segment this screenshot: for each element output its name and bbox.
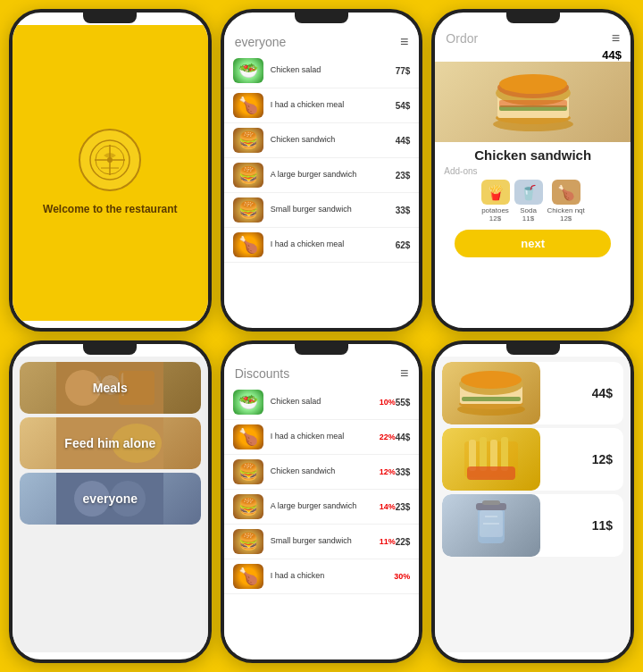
svg-point-13 xyxy=(499,74,567,94)
discount-item[interactable]: 🍔 A large burger sandwich 14% 23$ xyxy=(224,490,420,525)
food-price: 33$ xyxy=(396,467,411,477)
svg-point-4 xyxy=(107,157,113,163)
discount-pct: 11% xyxy=(380,537,396,546)
food-name: I had a chicken meal xyxy=(271,100,396,111)
phone-categories: 🍽️ Meals Feed him alone xyxy=(9,340,212,663)
addon-price: 12$ xyxy=(560,214,572,223)
sidebar-screen: 44$ 12$ xyxy=(435,357,630,652)
sidebar-item-fries[interactable]: 12$ xyxy=(442,428,623,491)
svg-rect-30 xyxy=(469,440,476,471)
app-grid: Welcome to the restaurant everyone ≡ 🥗 C… xyxy=(0,0,643,672)
category-everyone[interactable]: everyone xyxy=(20,473,201,525)
discount-item[interactable]: 🥗 Chicken salad 10% 55$ xyxy=(224,385,420,420)
food-name: Chicken salad xyxy=(271,65,396,76)
list-item[interactable]: 🍗 I had a chicken meal 54$ xyxy=(224,88,420,123)
food-name: Small burger sandwich xyxy=(271,205,396,215)
svg-rect-33 xyxy=(501,437,508,471)
food-image: 🍔 xyxy=(233,163,263,188)
addon-item-fries[interactable]: 🍟 potatoes 12$ xyxy=(481,180,510,223)
food-info: Chicken salad xyxy=(271,397,380,407)
addon-name: Chicken nqt xyxy=(547,206,585,214)
category-feed[interactable]: Feed him alone xyxy=(20,417,201,469)
food-price: 62$ xyxy=(396,240,411,250)
food-name: A large burger sandwich xyxy=(271,170,396,181)
food-info: I had a chicken meal xyxy=(271,239,396,250)
list-item[interactable]: 🍗 I had a chicken meal 62$ xyxy=(224,228,420,263)
sidebar-item-image-fries xyxy=(442,428,540,491)
addon-item-soda[interactable]: 🥤 Soda 11$ xyxy=(514,180,543,223)
food-image: 🍗 xyxy=(233,232,263,257)
food-price: 55$ xyxy=(396,398,411,407)
svg-rect-31 xyxy=(480,437,487,471)
order-screen: Ordor ≡ 44$ Chicken sandwich Add-ons xyxy=(435,25,630,321)
category-label-everyone: everyone xyxy=(83,491,138,506)
discount-item[interactable]: 🍔 Chicken sandwich 12% 33$ xyxy=(224,455,420,490)
food-name: Chicken sandwich xyxy=(271,466,380,477)
burger-hero-svg xyxy=(480,66,587,138)
food-name: I had a chicken meal xyxy=(271,239,396,250)
food-info: Chicken salad xyxy=(271,65,396,76)
sidebar-fries-svg xyxy=(451,433,531,486)
menu-icon[interactable]: ≡ xyxy=(400,34,408,50)
food-image: 🍔 xyxy=(233,529,263,554)
phone-discounts: Discounts ≡ 🥗 Chicken salad 10% 55$ 🍗 I … xyxy=(221,340,423,663)
sidebar-item-image-drink xyxy=(442,494,540,557)
everyone-title: everyone xyxy=(235,35,287,49)
addons-label: Add-ons xyxy=(435,164,630,180)
food-image: 🥗 xyxy=(233,390,263,415)
addons-row: 🍟 potatoes 12$ 🥤 Soda 11$ 🍗 Chicken nqt … xyxy=(435,180,630,223)
food-price: 22$ xyxy=(396,537,411,547)
food-info: I had a chicken meal xyxy=(271,432,380,442)
food-image: 🥗 xyxy=(233,58,263,83)
sidebar-item-burger[interactable]: 44$ xyxy=(442,362,623,424)
svg-rect-37 xyxy=(482,500,500,505)
addon-name: Soda xyxy=(520,206,537,214)
svg-rect-11 xyxy=(499,100,567,107)
addon-name: potatoes xyxy=(481,206,509,214)
list-item[interactable]: 🍔 Chicken sandwich 44$ xyxy=(224,123,420,158)
food-detail-name: Chicken sandwich xyxy=(435,142,630,164)
discount-item[interactable]: 🍔 Small burger sandwich 11% 22$ xyxy=(224,525,420,559)
food-price: 23$ xyxy=(396,171,411,181)
food-info: I had a chicken xyxy=(271,571,395,582)
food-image: 🍗 xyxy=(233,424,263,449)
discount-pct: 14% xyxy=(380,502,396,511)
sidebar-item-image-burger xyxy=(442,362,540,424)
order-price: 44$ xyxy=(435,48,630,62)
discount-item[interactable]: 🍗 I had a chicken meal 22% 44$ xyxy=(224,420,420,455)
welcome-text: Welcome to the restaurant xyxy=(43,202,177,217)
list-item[interactable]: 🍔 A large burger sandwich 23$ xyxy=(224,158,420,193)
food-name: I had a chicken xyxy=(271,571,395,582)
logo-svg xyxy=(88,138,132,182)
next-button[interactable]: next xyxy=(455,230,611,257)
list-item[interactable]: 🍔 Small burger sandwich 33$ xyxy=(224,193,420,228)
food-name: Chicken sandwich xyxy=(271,135,396,146)
svg-rect-32 xyxy=(490,440,497,471)
menu-icon[interactable]: ≡ xyxy=(400,365,408,382)
food-image: 🍔 xyxy=(233,494,263,519)
discount-pct: 10% xyxy=(380,398,396,407)
food-price: 23$ xyxy=(396,502,411,512)
food-name: A large burger sandwich xyxy=(271,501,380,512)
discounts-title: Discounts xyxy=(235,366,289,381)
food-info: I had a chicken meal xyxy=(271,100,396,111)
addon-item-chicken[interactable]: 🍗 Chicken nqt 12$ xyxy=(547,180,585,223)
menu-icon[interactable]: ≡ xyxy=(612,30,620,46)
food-name: I had a chicken meal xyxy=(271,432,380,442)
category-meals[interactable]: 🍽️ Meals xyxy=(20,362,201,414)
food-info: A large burger sandwich xyxy=(271,501,380,512)
list-item[interactable]: 🥗 Chicken salad 77$ xyxy=(224,54,420,88)
food-price: 54$ xyxy=(396,101,411,111)
sidebar-item-drink[interactable]: 11$ xyxy=(442,494,623,557)
phone-welcome: Welcome to the restaurant xyxy=(9,9,212,332)
food-name: Chicken salad xyxy=(271,397,380,407)
everyone-header: everyone ≡ xyxy=(224,29,420,54)
restaurant-logo xyxy=(79,129,141,191)
discount-item[interactable]: 🍗 I had a chicken 30% xyxy=(224,559,420,594)
discount-pct: 12% xyxy=(380,467,396,476)
food-info: Small burger sandwich xyxy=(271,536,380,547)
order-header: Ordor ≡ xyxy=(435,25,630,48)
sidebar-burger-svg xyxy=(451,366,531,420)
sidebar-item-price-fries: 12$ xyxy=(592,452,623,466)
food-image: 🍔 xyxy=(233,128,263,153)
